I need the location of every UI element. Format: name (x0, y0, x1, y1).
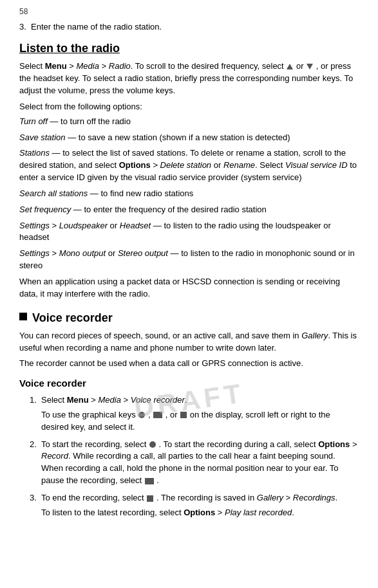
circle-icon (138, 412, 145, 418)
radio-para1: Select Menu > Media > Radio. To scroll t… (19, 60, 359, 97)
voice-recorder-subheading: Voice recorder (19, 376, 359, 390)
option-searchall: Search all stations — to find new radio … (19, 188, 359, 200)
step3-sub: To listen to the latest recording, selec… (41, 507, 337, 519)
step2-num: 2. (30, 439, 41, 451)
radio-options-list: Turn off — to turn off the radio Save st… (19, 116, 359, 272)
step1-num: 1. (30, 394, 41, 407)
square-icon2 (147, 495, 153, 502)
radio-italic: Radio (109, 61, 131, 71)
step1-sub: To use the graphical keys , , or on the … (41, 409, 359, 434)
voice-step2: 2. To start the recording, select . To s… (30, 439, 359, 487)
square-icon (180, 412, 187, 418)
option-setfrequency: Set frequency — to enter the frequency o… (19, 204, 359, 216)
step1-content: Select Menu > Media > Voice recorder. To… (41, 394, 359, 434)
menu-bold: Menu (45, 61, 67, 71)
voice-recorder-bullet: Voice recorder (19, 309, 359, 326)
step2-content: To start the recording, select . To star… (41, 439, 359, 487)
step3-intro: 3. Enter the name of the radio station. (19, 21, 359, 33)
rect-icon (153, 412, 162, 418)
option-settings-mono: Settings > Mono output or Stereo output … (19, 248, 359, 272)
radio-section-heading: Listen to the radio (19, 40, 359, 57)
triangle-down-icon (307, 64, 313, 69)
voice-intro1: You can record pieces of speech, sound, … (19, 330, 359, 354)
option-settings-loudspeaker: Settings > Loudspeaker or Headset — to l… (19, 220, 359, 244)
media-italic: Media (77, 61, 99, 71)
radio-warning: When an application using a packet data … (19, 276, 359, 300)
triangle-up-icon (287, 64, 293, 69)
circle-icon2 (149, 441, 156, 448)
voice-steps-list: 1. Select Menu > Media > Voice recorder.… (30, 394, 359, 519)
option-savestation: Save station — to save a new station (sh… (19, 132, 359, 144)
voice-step3: 3. To end the recording, select . The re… (30, 492, 359, 519)
voice-step1: 1. Select Menu > Media > Voice recorder.… (30, 394, 359, 434)
bullet-square-icon (19, 313, 27, 320)
step3-content: To end the recording, select . The recor… (41, 492, 337, 519)
option-stations: Stations — to select the list of saved s… (19, 147, 359, 184)
select-from-label: Select from the following options: (19, 101, 359, 113)
option-turnoff: Turn off — to turn off the radio (19, 116, 359, 128)
page-number: 58 (19, 6, 359, 17)
voice-intro2: The recorder cannot be used when a data … (19, 358, 359, 370)
voice-recorder-bullet-heading: Voice recorder (32, 309, 113, 326)
rect-icon2 (145, 478, 154, 484)
step3-num: 3. (30, 492, 41, 504)
